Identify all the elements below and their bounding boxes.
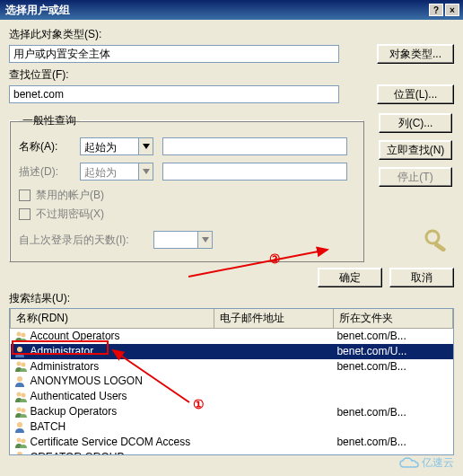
last-login-label: 自上次登录后的天数(I): bbox=[19, 233, 153, 248]
group-icon bbox=[14, 436, 29, 449]
stop-button: 停止(T) bbox=[379, 167, 452, 187]
svg-point-12 bbox=[21, 408, 25, 412]
table-row[interactable]: CREATOR GROUP bbox=[11, 450, 453, 455]
group-icon bbox=[14, 406, 29, 419]
results-table[interactable]: 名称(RDN) 电子邮件地址 所在文件夹 Account Operatorsbe… bbox=[9, 308, 454, 455]
table-row[interactable]: Certificate Service DCOM Accessbenet.com… bbox=[11, 435, 453, 450]
common-query-legend: 一般性查询 bbox=[19, 113, 80, 128]
disabled-accounts-check: 禁用的帐户(B) bbox=[19, 188, 354, 203]
table-row[interactable]: Authenticated Users bbox=[11, 389, 453, 404]
svg-point-13 bbox=[17, 422, 22, 428]
search-icon bbox=[422, 228, 452, 254]
titlebar: 选择用户或组 ? × bbox=[0, 0, 463, 20]
desc-op-combo: 起始为 bbox=[80, 163, 153, 181]
help-button[interactable]: ? bbox=[429, 4, 443, 16]
object-type-button[interactable]: 对象类型... bbox=[377, 44, 454, 64]
svg-point-11 bbox=[16, 407, 21, 411]
location-label: 查找位置(F): bbox=[9, 67, 454, 83]
svg-point-9 bbox=[16, 392, 21, 397]
col-email[interactable]: 电子邮件地址 bbox=[214, 309, 333, 329]
svg-point-7 bbox=[21, 363, 25, 367]
name-label: 名称(A): bbox=[19, 139, 80, 154]
user-icon bbox=[14, 375, 29, 388]
group-icon bbox=[14, 391, 29, 403]
user-icon bbox=[14, 451, 29, 455]
table-row[interactable]: ANONYMOUS LOGON bbox=[11, 374, 453, 389]
col-name[interactable]: 名称(RDN) bbox=[11, 309, 214, 329]
svg-point-0 bbox=[426, 231, 439, 243]
group-icon bbox=[14, 360, 29, 373]
svg-point-15 bbox=[21, 438, 25, 443]
chevron-down-icon[interactable] bbox=[139, 137, 153, 155]
window-title: 选择用户或组 bbox=[4, 3, 427, 18]
col-folder[interactable]: 所在文件夹 bbox=[333, 309, 452, 329]
columns-button[interactable]: 列(C)... bbox=[379, 113, 452, 133]
location-field: benet.com bbox=[9, 85, 339, 103]
results-label: 搜索结果(U): bbox=[9, 291, 463, 306]
cancel-button[interactable]: 取消 bbox=[389, 268, 454, 287]
last-login-combo bbox=[153, 231, 213, 249]
find-now-button[interactable]: 立即查找(N) bbox=[379, 140, 452, 160]
table-row[interactable]: Backup Operatorsbenet.com/B... bbox=[11, 404, 453, 419]
common-query-fieldset: 一般性查询 名称(A): 起始为 描述(D): 起始为 禁用的帐户(B) 不过期… bbox=[9, 113, 364, 262]
annotation-highlight bbox=[12, 340, 109, 355]
table-row[interactable]: Administratorsbenet.com/B... bbox=[11, 359, 453, 375]
ok-button[interactable]: 确定 bbox=[318, 268, 382, 287]
svg-rect-1 bbox=[433, 242, 446, 251]
desc-label: 描述(D): bbox=[19, 164, 80, 180]
chevron-down-icon bbox=[139, 163, 153, 181]
close-button[interactable]: × bbox=[445, 4, 459, 16]
object-type-field: 用户或内置安全主体 bbox=[9, 45, 339, 63]
svg-point-4 bbox=[21, 332, 25, 337]
user-icon bbox=[14, 421, 29, 434]
svg-point-10 bbox=[21, 393, 25, 398]
location-button[interactable]: 位置(L)... bbox=[377, 84, 454, 104]
svg-point-16 bbox=[17, 452, 22, 455]
chevron-down-icon bbox=[198, 231, 213, 249]
desc-input bbox=[162, 163, 347, 181]
watermark: 亿速云 bbox=[398, 455, 454, 471]
table-row[interactable]: BATCH bbox=[11, 419, 453, 435]
name-input[interactable] bbox=[162, 137, 347, 155]
svg-point-8 bbox=[17, 376, 22, 382]
svg-point-6 bbox=[16, 362, 21, 366]
svg-point-14 bbox=[16, 437, 21, 442]
object-type-label: 选择此对象类型(S): bbox=[9, 27, 454, 42]
noexpire-check: 不过期密码(X) bbox=[19, 207, 354, 222]
name-op-combo[interactable]: 起始为 bbox=[80, 137, 153, 155]
svg-point-3 bbox=[16, 331, 21, 336]
